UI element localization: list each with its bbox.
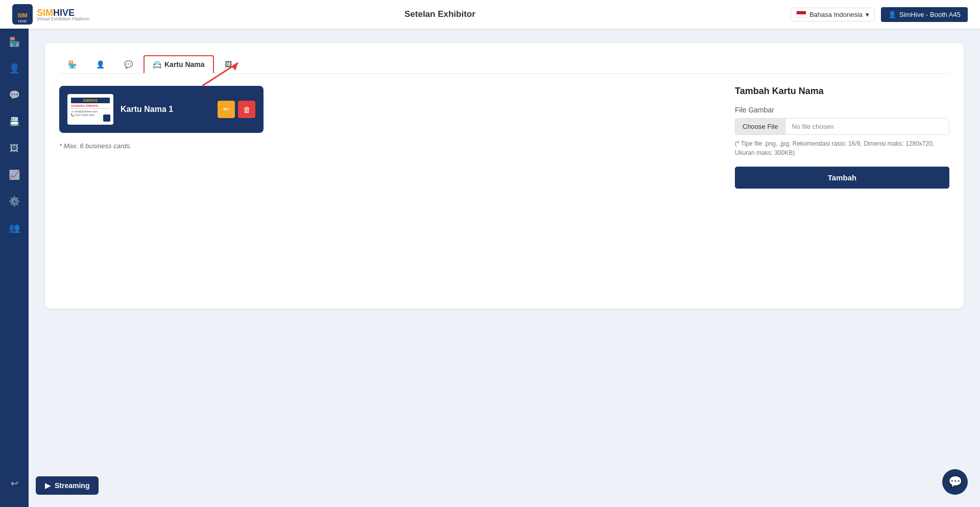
sidebar-bottom: ↩ <box>0 470 29 497</box>
chat-icon: 💬 <box>9 89 20 101</box>
content-body: SIMHIVE SANDRIA SIMHIVE 📧 email@simhive.… <box>59 86 949 189</box>
file-label: File Gambar <box>735 106 949 114</box>
booth-icon: 🏪 <box>9 36 20 48</box>
sidebar-item-gallery[interactable]: 🖼 <box>0 135 29 162</box>
user-button[interactable]: 👤 SimHive - Booth A45 <box>881 7 968 22</box>
business-card-actions: ✏ 🗑 <box>218 101 255 118</box>
main-content: 🏪 👤 💬 📇 Kartu Nama 🖼 <box>29 29 980 507</box>
settings-icon: ⚙️ <box>9 196 20 207</box>
streaming-button[interactable]: ▶ Streaming <box>36 476 99 495</box>
business-card-inner: SIMHIVE SANDRIA SIMHIVE 📧 email@simhive.… <box>67 94 173 125</box>
group-icon: 👥 <box>9 222 20 234</box>
tab-gallery-icon: 🖼 <box>225 60 232 68</box>
sidebar-item-booth[interactable]: 🏪 <box>0 29 29 55</box>
business-card-thumbnail: SIMHIVE SANDRIA SIMHIVE 📧 email@simhive.… <box>67 94 113 125</box>
sidebar-item-profile[interactable]: 👤 <box>0 55 29 82</box>
file-input-group: Choose File No file chosen <box>735 118 949 135</box>
tambah-button[interactable]: Tambah <box>735 167 949 189</box>
max-cards-note: * Max. 6 business cards. <box>59 142 719 150</box>
content-card: 🏪 👤 💬 📇 Kartu Nama 🖼 <box>45 43 964 309</box>
card-icon: 📇 <box>9 116 20 127</box>
user-label: SimHive - Booth A45 <box>899 11 961 18</box>
logo: SIM HIVE SIMHIVE Virtual Exhibition Plat… <box>12 4 89 25</box>
tab-chat-icon: 💬 <box>124 60 133 68</box>
delete-card-button[interactable]: 🗑 <box>238 101 255 118</box>
sidebar-item-analytics[interactable]: 📈 <box>0 162 29 188</box>
chat-bubble-icon: 💬 <box>948 475 962 489</box>
tab-kartu-nama[interactable]: 📇 Kartu Nama <box>144 55 214 74</box>
youtube-icon: ▶ <box>45 481 51 490</box>
chat-bubble-button[interactable]: 💬 <box>942 469 968 495</box>
topbar-right: Bahasa Indonesia ▾ 👤 SimHive - Booth A45 <box>791 7 968 22</box>
streaming-label: Streaming <box>55 481 89 490</box>
language-button[interactable]: Bahasa Indonesia ▾ <box>791 8 875 21</box>
gallery-icon: 🖼 <box>10 143 19 154</box>
edit-card-button[interactable]: ✏ <box>218 101 235 118</box>
business-card-title: Kartu Nama 1 <box>121 105 173 114</box>
sidebar-item-kartu-nama[interactable]: 📇 <box>0 108 29 135</box>
choose-file-button[interactable]: Choose File <box>735 119 785 134</box>
left-panel: SIMHIVE SANDRIA SIMHIVE 📧 email@simhive.… <box>59 86 719 189</box>
form-title: Tambah Kartu Nama <box>735 86 949 97</box>
business-card-item: SIMHIVE SANDRIA SIMHIVE 📧 email@simhive.… <box>59 86 264 133</box>
sidebar-item-logout[interactable]: ↩ <box>0 470 29 497</box>
file-hint: (* Tipe file .png, .jpg, Rekomendasi ras… <box>735 139 949 157</box>
tab-profile[interactable]: 👤 <box>87 56 113 73</box>
dropdown-arrow-icon: ▾ <box>866 11 869 18</box>
tab-chat[interactable]: 💬 <box>115 56 141 73</box>
sidebar: 🏪 👤 💬 📇 🖼 📈 ⚙️ 👥 ↩ <box>0 0 29 507</box>
logo-icon: SIM HIVE <box>12 4 33 25</box>
analytics-icon: 📈 <box>9 169 20 180</box>
svg-text:SIM: SIM <box>17 12 28 18</box>
file-name-display: No file chosen <box>785 119 949 134</box>
tab-gallery[interactable]: 🖼 <box>216 56 241 73</box>
profile-icon: 👤 <box>9 63 20 74</box>
sidebar-item-group[interactable]: 👥 <box>0 215 29 241</box>
tab-booth[interactable]: 🏪 <box>59 56 85 73</box>
tab-bar: 🏪 👤 💬 📇 Kartu Nama 🖼 <box>59 55 949 74</box>
tab-kartu-nama-icon: 📇 <box>153 60 161 68</box>
user-icon: 👤 <box>888 11 896 18</box>
page-title: Setelan Exhibitor <box>404 9 475 19</box>
tab-profile-icon: 👤 <box>96 60 105 68</box>
topbar: SIM HIVE SIMHIVE Virtual Exhibition Plat… <box>0 0 980 29</box>
logo-subtitle: Virtual Exhibition Platform <box>37 16 89 21</box>
tab-kartu-nama-label: Kartu Nama <box>164 60 205 68</box>
logout-icon: ↩ <box>11 478 18 489</box>
sidebar-item-settings[interactable]: ⚙️ <box>0 188 29 215</box>
language-label: Bahasa Indonesia <box>809 11 863 18</box>
sidebar-item-chat[interactable]: 💬 <box>0 82 29 108</box>
right-panel: Tambah Kartu Nama File Gambar Choose Fil… <box>735 86 949 189</box>
tab-booth-icon: 🏪 <box>68 60 77 68</box>
svg-text:HIVE: HIVE <box>18 19 27 23</box>
flag-icon <box>796 11 806 18</box>
